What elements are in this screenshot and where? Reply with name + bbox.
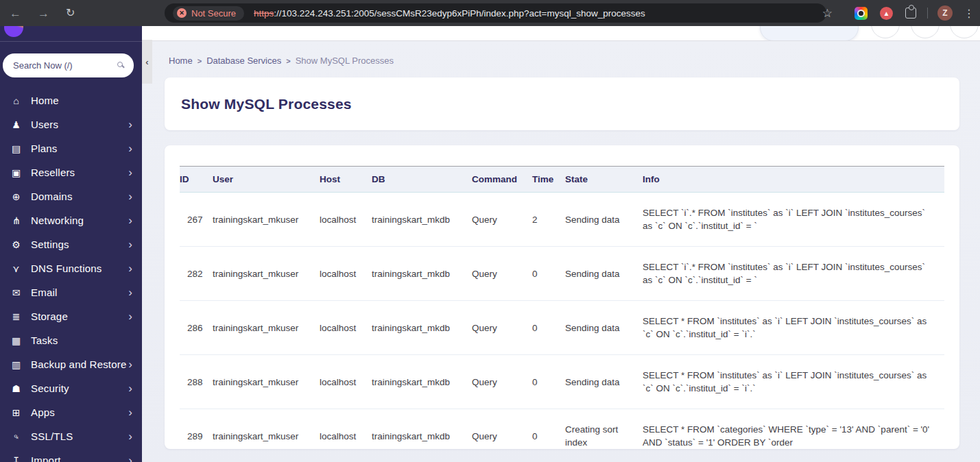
cell-host: localhost	[320, 409, 372, 462]
resellers-icon: ▣	[9, 167, 23, 178]
chevron-right-icon: ›	[128, 191, 132, 202]
extension-color-icon[interactable]	[854, 7, 868, 20]
sidebar-item-label: Storage	[31, 311, 68, 322]
header-search-partial[interactable]	[760, 26, 859, 41]
chevron-right-icon: ›	[128, 311, 132, 322]
sidebar-item-backup-and-restore[interactable]: ▥ Backup and Restore ›	[0, 352, 142, 376]
cell-id: 289	[180, 409, 213, 462]
sidebar-item-ssl-tls[interactable]: ♀ SSL/TLS ›	[0, 424, 142, 448]
header-icon-button-2[interactable]	[911, 26, 940, 38]
sidebar-item-home[interactable]: ⌂ Home ›	[0, 88, 142, 112]
networking-icon: ⋔	[9, 215, 23, 226]
sidebar: ⌂ Home › ♟ Users › ▤ Plans › ▣ Resellers…	[0, 26, 142, 462]
forward-icon[interactable]: →	[38, 8, 49, 19]
chevron-right-icon: ›	[128, 119, 132, 130]
cell-id: 267	[180, 193, 213, 247]
cell-state: Sending data	[565, 247, 643, 301]
cell-info: SELECT `i`.* FROM `institutes` as `i` LE…	[643, 193, 944, 247]
cell-host: localhost	[320, 247, 372, 301]
reload-icon[interactable]: ↻	[66, 8, 75, 19]
chevron-right-icon: ›	[128, 263, 132, 274]
sidebar-item-security[interactable]: ☗ Security ›	[0, 376, 142, 400]
breadcrumb-home[interactable]: Home	[169, 56, 193, 66]
extensions-puzzle-icon[interactable]	[905, 8, 916, 19]
search-icon	[117, 62, 123, 67]
sidebar-item-label: SSL/TLS	[31, 430, 73, 442]
cell-db: trainingskart_mkdb	[372, 409, 472, 462]
storage-icon: ≣	[9, 311, 23, 322]
sidebar-item-label: Users	[31, 119, 58, 130]
sidebar-collapse-button[interactable]: ‹	[142, 40, 152, 84]
cell-time: 0	[532, 355, 565, 409]
tasks-icon: ▦	[9, 335, 23, 346]
sidebar-item-email[interactable]: ✉ Email ›	[0, 280, 142, 304]
cell-time: 2	[532, 193, 565, 247]
mysql-processes-table: IDUserHostDBCommandTimeStateInfo 267 tra…	[180, 166, 944, 462]
cell-user: trainingskart_mkuser	[213, 193, 320, 247]
url-text: https://103.224.243.251:2005/sessCMsR23e…	[254, 8, 645, 19]
column-header: ID	[180, 167, 213, 193]
cell-command: Query	[472, 247, 532, 301]
not-secure-badge[interactable]: ✕ Not Secure	[173, 6, 244, 21]
table-header-row: IDUserHostDBCommandTimeStateInfo	[180, 167, 944, 193]
back-icon[interactable]: ←	[10, 8, 21, 19]
sidebar-search-input[interactable]	[3, 53, 134, 77]
sidebar-item-tasks[interactable]: ▦ Tasks ›	[0, 328, 142, 352]
cell-db: trainingskart_mkdb	[372, 355, 472, 409]
cell-user: trainingskart_mkuser	[213, 301, 320, 355]
sidebar-item-users[interactable]: ♟ Users ›	[0, 112, 142, 136]
sidebar-item-import[interactable]: ↧ Import ›	[0, 448, 142, 462]
cell-info: SELECT * FROM `categories` WHERE `type` …	[643, 409, 944, 462]
breadcrumb: Home > Database Services > Show MySQL Pr…	[169, 56, 980, 66]
sidebar-item-label: Settings	[31, 239, 69, 250]
column-header: User	[213, 167, 320, 193]
sidebar-item-settings[interactable]: ⚙ Settings ›	[0, 232, 142, 256]
table-row: 286 trainingskart_mkuser localhost train…	[180, 301, 944, 355]
sidebar-item-dns-functions[interactable]: ⋎ DNS Functions ›	[0, 256, 142, 280]
cell-user: trainingskart_mkuser	[213, 355, 320, 409]
sidebar-item-label: Apps	[31, 406, 55, 418]
chevron-right-icon: ›	[128, 239, 132, 250]
profile-avatar[interactable]: Z	[937, 5, 953, 21]
cell-db: trainingskart_mkdb	[372, 301, 472, 355]
email-icon: ✉	[9, 287, 23, 298]
browser-menu-icon[interactable]: ⋮	[964, 7, 975, 20]
cell-info: SELECT `i`.* FROM `institutes` as `i` LE…	[643, 247, 944, 301]
bookmark-star-icon[interactable]: ☆	[822, 6, 833, 21]
address-bar[interactable]: ✕ Not Secure https://103.224.243.251:200…	[165, 3, 826, 23]
sidebar-item-plans[interactable]: ▤ Plans ›	[0, 136, 142, 160]
sidebar-item-label: Import	[31, 454, 61, 462]
column-header: Info	[643, 167, 944, 193]
column-header: Host	[320, 167, 372, 193]
cell-info: SELECT * FROM `institutes` as `i` LEFT J…	[643, 355, 944, 409]
sidebar-item-resellers[interactable]: ▣ Resellers ›	[0, 160, 142, 184]
processes-table-card: IDUserHostDBCommandTimeStateInfo 267 tra…	[165, 145, 959, 449]
sidebar-item-apps[interactable]: ⊞ Apps ›	[0, 400, 142, 424]
not-secure-label: Not Secure	[191, 8, 236, 19]
backup-icon: ▥	[9, 359, 23, 370]
cell-id: 282	[180, 247, 213, 301]
sidebar-item-label: Tasks	[31, 335, 58, 346]
column-header: Time	[532, 167, 565, 193]
chevron-right-icon: ›	[128, 287, 132, 298]
chevron-right-icon: ›	[128, 454, 132, 462]
sidebar-item-networking[interactable]: ⋔ Networking ›	[0, 208, 142, 232]
sidebar-item-domains[interactable]: ⊕ Domains ›	[0, 184, 142, 208]
ssl-icon: ♀	[7, 427, 25, 445]
extension-red-icon[interactable]: ▲	[880, 7, 893, 20]
cell-user: trainingskart_mkuser	[213, 247, 320, 301]
sidebar-item-label: DNS Functions	[31, 263, 101, 274]
breadcrumb-database-services[interactable]: Database Services	[206, 56, 281, 66]
cell-db: trainingskart_mkdb	[372, 193, 472, 247]
sidebar-item-storage[interactable]: ≣ Storage ›	[0, 304, 142, 328]
header-icon-button-3[interactable]	[950, 26, 979, 38]
chevron-right-icon: ›	[128, 358, 132, 370]
header-icon-button-1[interactable]	[871, 26, 900, 38]
users-icon: ♟	[9, 119, 23, 130]
cell-info: SELECT * FROM `institutes` as `i` LEFT J…	[643, 301, 944, 355]
cell-command: Query	[472, 301, 532, 355]
breadcrumb-separator: >	[286, 57, 290, 65]
column-header: Command	[472, 167, 532, 193]
cell-command: Query	[472, 193, 532, 247]
cell-host: localhost	[320, 193, 372, 247]
